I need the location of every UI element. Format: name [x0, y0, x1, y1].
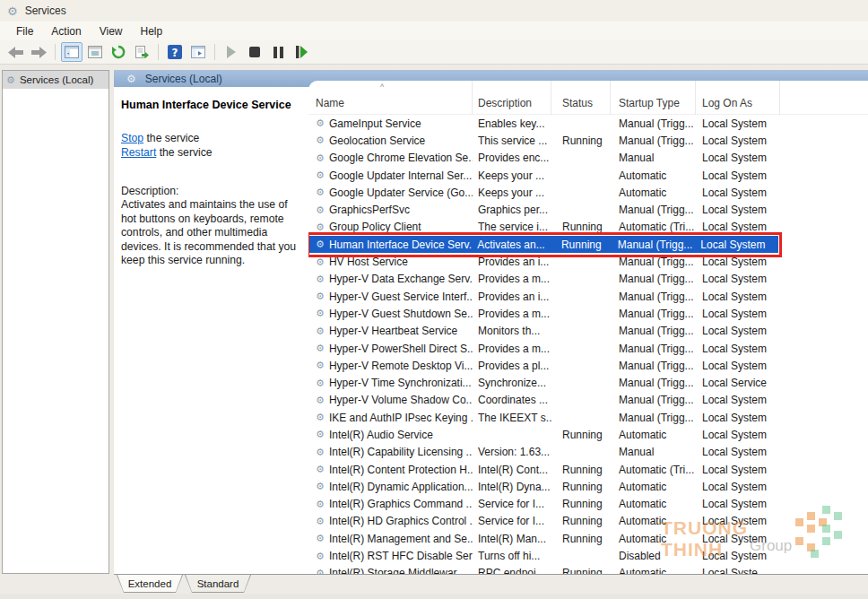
properties-button[interactable]	[84, 42, 106, 62]
selected-service-title: Human Interface Device Service	[121, 99, 303, 111]
stop-service-link-line: Stop the service	[121, 131, 303, 145]
service-status-cell: Running	[551, 498, 611, 510]
service-gear-icon: ⚙	[316, 378, 325, 389]
service-name: Intel(R) Capability Licensing ...	[329, 446, 473, 458]
service-logon-cell: Local System	[696, 412, 780, 424]
service-row[interactable]: ⚙Hyper-V Guest Shutdown Se... Provides a…	[308, 305, 868, 322]
service-description-cell: The service i...	[473, 221, 551, 233]
service-gear-icon: ⚙	[316, 481, 325, 492]
menu-bar: FileActionViewHelp	[0, 22, 868, 40]
restart-service-link-line: Restart the service	[121, 145, 303, 160]
service-row[interactable]: ⚙Hyper-V Remote Desktop Vi... Provides a…	[308, 357, 868, 374]
service-description-cell: Intel(R) Dyna...	[473, 481, 551, 493]
service-row[interactable]: ⚙Google Chrome Elevation Se... Provides …	[308, 150, 868, 167]
tree-item-services-local[interactable]: ⚙ Services (Local)	[3, 71, 108, 89]
service-logon-cell: Local System	[696, 152, 780, 164]
show-action-pane-button[interactable]	[187, 42, 209, 62]
service-startup-type-cell: Manual (Trigg...	[611, 325, 696, 337]
service-logon-cell: Local System	[696, 550, 780, 562]
export-list-button[interactable]	[131, 42, 152, 62]
service-row[interactable]: ⚙Hyper-V Data Exchange Serv... Provides …	[308, 271, 868, 288]
service-row[interactable]: ⚙Hyper-V Heartbeat Service Monitors th..…	[308, 323, 868, 340]
service-description-cell: Keeps your ...	[473, 187, 551, 199]
service-action-links: Stop the service Restart the service	[121, 131, 303, 160]
service-logon-cell: Local System	[696, 343, 780, 355]
service-startup-type-cell: Manual (Trigg...	[611, 135, 696, 147]
back-button[interactable]	[4, 42, 26, 62]
service-startup-type-cell: Automatic	[611, 481, 696, 493]
service-startup-type-cell: Automatic	[611, 515, 696, 527]
service-row[interactable]: ⚙Intel(R) Storage Middlewar... RPC endpo…	[308, 565, 868, 574]
service-startup-type-cell: Automatic	[611, 429, 696, 441]
service-row[interactable]: ⚙Hyper-V Time Synchronizati... Synchroni…	[308, 374, 868, 391]
service-status-cell: Running	[551, 221, 611, 233]
start-service-button[interactable]	[221, 42, 242, 62]
forward-button[interactable]	[28, 42, 49, 62]
service-gear-icon: ⚙	[316, 152, 325, 164]
service-name: Intel(R) Storage Middlewar...	[329, 567, 465, 574]
tree-item-label: Services (Local)	[20, 74, 93, 85]
column-header-description[interactable]: Description	[473, 81, 551, 115]
service-status-cell: Running	[551, 239, 610, 251]
service-name: Group Policy Client	[329, 221, 421, 233]
service-name: Google Chrome Elevation Se...	[329, 152, 473, 164]
service-row[interactable]: ⚙Group Policy Client The service i... Ru…	[308, 219, 868, 236]
service-startup-type-cell: Automatic	[611, 169, 696, 182]
show-console-tree-button[interactable]	[61, 42, 82, 62]
service-row[interactable]: ⚙Intel(R) Audio Service Running Automati…	[308, 426, 868, 443]
service-row[interactable]: ⚙Hyper-V PowerShell Direct S... Provides…	[308, 340, 868, 357]
restart-service-button[interactable]	[291, 42, 312, 62]
service-gear-icon: ⚙	[316, 221, 325, 233]
stop-service-button[interactable]	[244, 42, 265, 62]
menu-view[interactable]: View	[91, 23, 132, 39]
stop-link[interactable]: Stop	[121, 132, 143, 144]
service-startup-type-cell: Manual (Trigg...	[611, 273, 696, 285]
service-description-cell: Provides enc...	[473, 152, 551, 164]
menu-file[interactable]: File	[7, 23, 42, 39]
service-row[interactable]: ⚙Geolocation Service This service ... Ru…	[308, 132, 868, 149]
service-description-cell: Turns off hi...	[473, 550, 551, 562]
column-header-startup-type[interactable]: Startup Type	[611, 81, 696, 115]
service-row[interactable]: ⚙Google Updater Internal Ser... Keeps yo…	[308, 167, 868, 184]
column-header-log-on-as[interactable]: Log On As	[696, 81, 780, 115]
service-logon-cell: Local System	[696, 429, 780, 441]
service-startup-type-cell: Manual	[611, 152, 696, 164]
service-row[interactable]: ⚙HV Host Service Provides an i... Manual…	[308, 253, 868, 270]
refresh-button[interactable]	[108, 42, 129, 62]
service-gear-icon: ⚙	[316, 429, 325, 440]
service-row[interactable]: ⚙GraphicsPerfSvc Graphics per... Manual …	[308, 201, 868, 218]
tab-standard[interactable]: Standard	[185, 575, 251, 593]
menu-action[interactable]: Action	[42, 23, 90, 39]
service-row[interactable]: ⚙Intel(R) HD Graphics Control ... Servic…	[308, 513, 868, 530]
service-row[interactable]: ⚙Intel(R) Graphics Command ... Service f…	[308, 496, 868, 513]
service-row[interactable]: ⚙Google Updater Service (Go... Keeps you…	[308, 184, 868, 201]
service-row[interactable]: ⚙Hyper-V Guest Service Interf... Provide…	[308, 288, 868, 305]
service-logon-cell: Local System	[696, 291, 780, 303]
service-logon-cell: Local System	[696, 325, 780, 337]
service-gear-icon: ⚙	[316, 343, 325, 354]
service-name: Hyper-V Guest Service Interf...	[329, 291, 473, 303]
service-row[interactable]: ⚙Intel(R) Dynamic Application... Intel(R…	[308, 478, 868, 495]
services-app-icon: ⚙	[7, 4, 18, 18]
service-row[interactable]: ⚙Intel(R) RST HFC Disable Serv... Turns …	[308, 547, 868, 564]
column-header-status[interactable]: Status	[551, 81, 611, 115]
menu-help[interactable]: Help	[132, 23, 172, 39]
service-name: Intel(R) HD Graphics Control ...	[329, 515, 473, 527]
description-label: Description:	[121, 185, 303, 197]
restart-link[interactable]: Restart	[121, 146, 156, 159]
service-row[interactable]: ⚙Intel(R) Content Protection H... Intel(…	[308, 461, 868, 478]
service-logon-cell: Local System	[696, 169, 780, 182]
service-startup-type-cell: Manual (Trigg...	[611, 308, 696, 320]
tab-extended[interactable]: Extended	[117, 575, 183, 593]
service-row[interactable]: ⚙Intel(R) Management and Se... Intel(R) …	[308, 530, 868, 547]
service-logon-cell: Local System	[696, 308, 780, 320]
pause-service-button[interactable]	[267, 42, 289, 62]
service-row[interactable]: ⚙Intel(R) Capability Licensing ... Versi…	[308, 444, 868, 461]
service-logon-cell: Local System	[696, 394, 780, 406]
service-row[interactable]: ⚙GameInput Service Enables key... Manual…	[308, 115, 868, 132]
help-button[interactable]: ?	[164, 42, 186, 62]
service-row[interactable]: ⚙IKE and AuthIP IPsec Keying ... The IKE…	[308, 409, 868, 426]
service-row[interactable]: ⚙Hyper-V Volume Shadow Co... Coordinates…	[308, 392, 868, 409]
service-row[interactable]: ⚙Human Interface Device Serv... Activate…	[308, 236, 778, 253]
column-header-name[interactable]: Name	[308, 81, 473, 115]
